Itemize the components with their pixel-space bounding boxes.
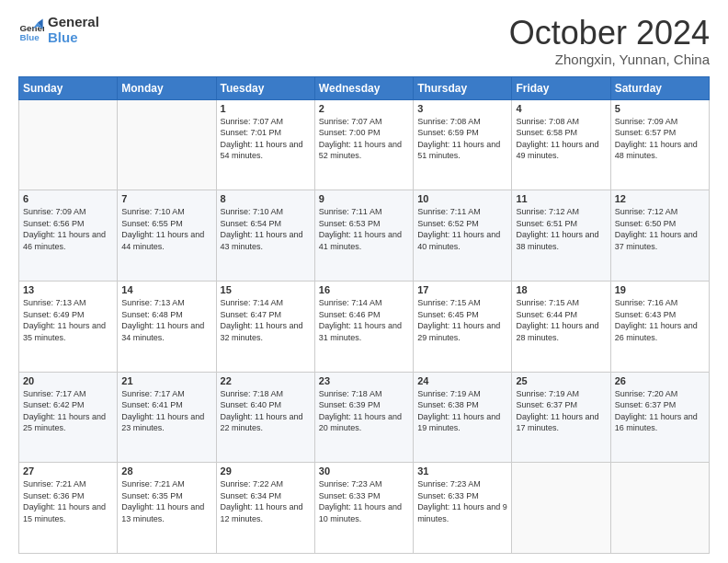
- cell-content: Sunrise: 7:10 AM Sunset: 6:55 PM Dayligh…: [121, 206, 211, 252]
- cell-content: Sunrise: 7:07 AM Sunset: 7:00 PM Dayligh…: [319, 116, 409, 162]
- cell-content: Sunrise: 7:15 AM Sunset: 6:45 PM Dayligh…: [417, 297, 507, 343]
- cell-content: Sunrise: 7:14 AM Sunset: 6:46 PM Dayligh…: [319, 297, 409, 343]
- cell-content: Sunrise: 7:19 AM Sunset: 6:37 PM Dayligh…: [516, 388, 606, 434]
- day-number: 21: [121, 375, 211, 386]
- day-number: 1: [221, 103, 311, 114]
- logo-blue: Blue: [48, 30, 99, 46]
- logo-icon: General Blue: [18, 17, 44, 43]
- cell-content: Sunrise: 7:09 AM Sunset: 6:57 PM Dayligh…: [615, 116, 705, 162]
- day-number: 5: [615, 103, 705, 114]
- day-number: 8: [221, 193, 311, 204]
- calendar-cell: 24Sunrise: 7:19 AM Sunset: 6:38 PM Dayli…: [414, 372, 512, 463]
- day-number: 7: [121, 193, 211, 204]
- day-number: 26: [615, 375, 705, 386]
- calendar-cell: 23Sunrise: 7:18 AM Sunset: 6:39 PM Dayli…: [314, 372, 413, 463]
- calendar-week-3: 13Sunrise: 7:13 AM Sunset: 6:49 PM Dayli…: [19, 281, 710, 372]
- day-number: 17: [417, 284, 507, 295]
- calendar-cell: 21Sunrise: 7:17 AM Sunset: 6:41 PM Dayli…: [118, 372, 216, 463]
- calendar-header-saturday: Saturday: [610, 76, 709, 99]
- day-number: 16: [319, 284, 409, 295]
- svg-text:Blue: Blue: [19, 31, 40, 41]
- calendar-cell: 2Sunrise: 7:07 AM Sunset: 7:00 PM Daylig…: [314, 99, 413, 190]
- calendar-cell: 10Sunrise: 7:11 AM Sunset: 6:52 PM Dayli…: [414, 190, 512, 282]
- calendar-cell: 14Sunrise: 7:13 AM Sunset: 6:48 PM Dayli…: [118, 281, 216, 372]
- cell-content: Sunrise: 7:18 AM Sunset: 6:39 PM Dayligh…: [319, 388, 409, 434]
- calendar-cell: 27Sunrise: 7:21 AM Sunset: 6:36 PM Dayli…: [19, 463, 118, 554]
- calendar-cell: 17Sunrise: 7:15 AM Sunset: 6:45 PM Dayli…: [414, 281, 512, 372]
- title-block: October 2024 Zhongxin, Yunnan, China: [509, 15, 710, 67]
- cell-content: Sunrise: 7:17 AM Sunset: 6:41 PM Dayligh…: [121, 388, 211, 434]
- day-number: 24: [417, 375, 507, 386]
- calendar-cell: 4Sunrise: 7:08 AM Sunset: 6:58 PM Daylig…: [512, 99, 610, 190]
- calendar-cell: 13Sunrise: 7:13 AM Sunset: 6:49 PM Dayli…: [19, 281, 118, 372]
- calendar-header-friday: Friday: [512, 76, 610, 99]
- calendar-cell: 31Sunrise: 7:23 AM Sunset: 6:33 PM Dayli…: [414, 463, 512, 554]
- day-number: 28: [121, 465, 211, 477]
- calendar-table: SundayMondayTuesdayWednesdayThursdayFrid…: [18, 76, 710, 554]
- cell-content: Sunrise: 7:12 AM Sunset: 6:51 PM Dayligh…: [516, 206, 606, 252]
- location: Zhongxin, Yunnan, China: [509, 52, 710, 67]
- calendar-cell: [610, 463, 709, 554]
- calendar-cell: 7Sunrise: 7:10 AM Sunset: 6:55 PM Daylig…: [118, 190, 216, 282]
- cell-content: Sunrise: 7:08 AM Sunset: 6:59 PM Dayligh…: [417, 116, 507, 162]
- day-number: 18: [516, 284, 606, 295]
- cell-content: Sunrise: 7:10 AM Sunset: 6:54 PM Dayligh…: [221, 206, 311, 252]
- cell-content: Sunrise: 7:07 AM Sunset: 7:01 PM Dayligh…: [221, 116, 311, 162]
- cell-content: Sunrise: 7:23 AM Sunset: 6:33 PM Dayligh…: [417, 478, 507, 524]
- day-number: 30: [319, 465, 409, 477]
- cell-content: Sunrise: 7:22 AM Sunset: 6:34 PM Dayligh…: [221, 478, 311, 524]
- calendar-cell: 9Sunrise: 7:11 AM Sunset: 6:53 PM Daylig…: [314, 190, 413, 282]
- calendar-cell: [512, 463, 610, 554]
- cell-content: Sunrise: 7:23 AM Sunset: 6:33 PM Dayligh…: [319, 478, 409, 524]
- cell-content: Sunrise: 7:11 AM Sunset: 6:52 PM Dayligh…: [417, 206, 507, 252]
- calendar-cell: 15Sunrise: 7:14 AM Sunset: 6:47 PM Dayli…: [216, 281, 314, 372]
- calendar-cell: 28Sunrise: 7:21 AM Sunset: 6:35 PM Dayli…: [118, 463, 216, 554]
- calendar-cell: 30Sunrise: 7:23 AM Sunset: 6:33 PM Dayli…: [314, 463, 413, 554]
- calendar-cell: 3Sunrise: 7:08 AM Sunset: 6:59 PM Daylig…: [414, 99, 512, 190]
- cell-content: Sunrise: 7:13 AM Sunset: 6:48 PM Dayligh…: [121, 297, 211, 343]
- cell-content: Sunrise: 7:20 AM Sunset: 6:37 PM Dayligh…: [615, 388, 705, 434]
- cell-content: Sunrise: 7:13 AM Sunset: 6:49 PM Dayligh…: [23, 297, 113, 343]
- calendar-cell: 1Sunrise: 7:07 AM Sunset: 7:01 PM Daylig…: [216, 99, 314, 190]
- day-number: 13: [23, 284, 113, 295]
- cell-content: Sunrise: 7:09 AM Sunset: 6:56 PM Dayligh…: [23, 206, 113, 252]
- day-number: 6: [23, 193, 113, 204]
- cell-content: Sunrise: 7:08 AM Sunset: 6:58 PM Dayligh…: [516, 116, 606, 162]
- calendar-cell: 12Sunrise: 7:12 AM Sunset: 6:50 PM Dayli…: [610, 190, 709, 282]
- cell-content: Sunrise: 7:12 AM Sunset: 6:50 PM Dayligh…: [615, 206, 705, 252]
- calendar-cell: 29Sunrise: 7:22 AM Sunset: 6:34 PM Dayli…: [216, 463, 314, 554]
- day-number: 23: [319, 375, 409, 386]
- page: General Blue General Blue October 2024 Z…: [0, 0, 728, 563]
- day-number: 27: [23, 465, 113, 477]
- cell-content: Sunrise: 7:15 AM Sunset: 6:44 PM Dayligh…: [516, 297, 606, 343]
- calendar-cell: 19Sunrise: 7:16 AM Sunset: 6:43 PM Dayli…: [610, 281, 709, 372]
- logo: General Blue General Blue: [18, 15, 99, 45]
- day-number: 29: [221, 465, 311, 477]
- cell-content: Sunrise: 7:17 AM Sunset: 6:42 PM Dayligh…: [23, 388, 113, 434]
- cell-content: Sunrise: 7:19 AM Sunset: 6:38 PM Dayligh…: [417, 388, 507, 434]
- day-number: 20: [23, 375, 113, 386]
- day-number: 3: [417, 103, 507, 114]
- calendar-cell: 25Sunrise: 7:19 AM Sunset: 6:37 PM Dayli…: [512, 372, 610, 463]
- cell-content: Sunrise: 7:11 AM Sunset: 6:53 PM Dayligh…: [319, 206, 409, 252]
- cell-content: Sunrise: 7:14 AM Sunset: 6:47 PM Dayligh…: [221, 297, 311, 343]
- calendar-header-sunday: Sunday: [19, 76, 118, 99]
- calendar-header-monday: Monday: [118, 76, 216, 99]
- day-number: 4: [516, 103, 606, 114]
- day-number: 2: [319, 103, 409, 114]
- calendar-cell: 5Sunrise: 7:09 AM Sunset: 6:57 PM Daylig…: [610, 99, 709, 190]
- calendar-header-thursday: Thursday: [414, 76, 512, 99]
- calendar-cell: 16Sunrise: 7:14 AM Sunset: 6:46 PM Dayli…: [314, 281, 413, 372]
- calendar-week-4: 20Sunrise: 7:17 AM Sunset: 6:42 PM Dayli…: [19, 372, 710, 463]
- logo-general: General: [48, 15, 99, 30]
- calendar-cell: [19, 99, 118, 190]
- calendar-header-tuesday: Tuesday: [216, 76, 314, 99]
- calendar-cell: 6Sunrise: 7:09 AM Sunset: 6:56 PM Daylig…: [19, 190, 118, 282]
- calendar-cell: 26Sunrise: 7:20 AM Sunset: 6:37 PM Dayli…: [610, 372, 709, 463]
- day-number: 25: [516, 375, 606, 386]
- calendar-cell: 11Sunrise: 7:12 AM Sunset: 6:51 PM Dayli…: [512, 190, 610, 282]
- calendar-cell: [118, 99, 216, 190]
- calendar-cell: 8Sunrise: 7:10 AM Sunset: 6:54 PM Daylig…: [216, 190, 314, 282]
- calendar-cell: 20Sunrise: 7:17 AM Sunset: 6:42 PM Dayli…: [19, 372, 118, 463]
- day-number: 9: [319, 193, 409, 204]
